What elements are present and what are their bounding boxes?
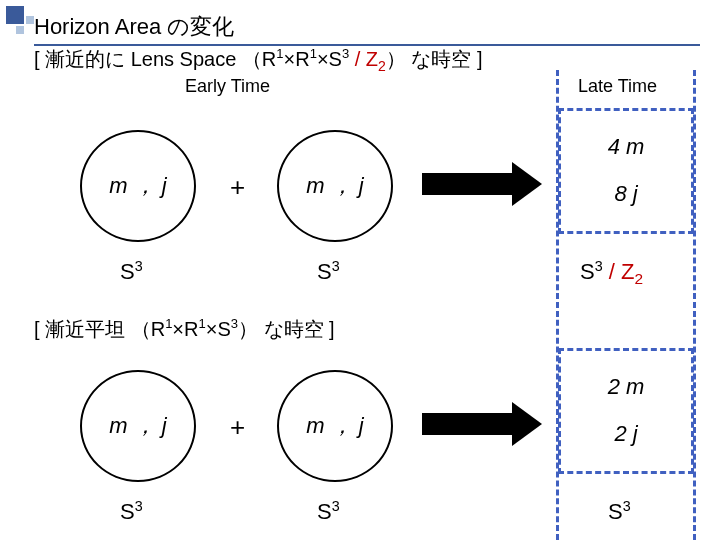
late-bottom-value: 8 j <box>614 180 637 209</box>
bubble-text: m ， j <box>306 411 363 441</box>
late-bottom-value: 2 j <box>614 420 637 449</box>
section1-right-bubble: m ， j <box>277 130 393 242</box>
late-top-value: 4 m <box>608 133 645 162</box>
bubble-text: m ， j <box>109 411 166 441</box>
late-time-label: Late Time <box>578 76 657 97</box>
late-top-value: 2 m <box>608 373 645 402</box>
section1-left-s-label: S3 <box>120 258 143 285</box>
arrow-icon <box>422 162 542 206</box>
early-time-label: Early Time <box>185 76 270 97</box>
plus-icon: + <box>230 412 245 443</box>
page-title: Horizon Area の変化 <box>34 12 700 42</box>
arrow-icon <box>422 402 542 446</box>
section2-left-bubble: m ， j <box>80 370 196 482</box>
section2-left-s-label: S3 <box>120 498 143 525</box>
section2-late-box: 2 m 2 j <box>558 348 694 474</box>
title-block: Horizon Area の変化 <box>34 12 700 46</box>
section2-right-bubble: m ， j <box>277 370 393 482</box>
bubble-text: m ， j <box>306 171 363 201</box>
section1-late-s-label: S3 / Z2 <box>580 258 643 289</box>
plus-icon: + <box>230 172 245 203</box>
section2-late-s-label: S3 <box>608 498 631 525</box>
section2-heading: [ 漸近平坦 （R1×R1×S3） な時空 ] <box>34 316 335 343</box>
section1-left-bubble: m ， j <box>80 130 196 242</box>
section1-late-box: 4 m 8 j <box>558 108 694 234</box>
section1-heading: [ 漸近的に Lens Space （R1×R1×S3 / Z2） な時空 ] <box>34 46 483 74</box>
section1-right-s-label: S3 <box>317 258 340 285</box>
bubble-text: m ， j <box>109 171 166 201</box>
section2-right-s-label: S3 <box>317 498 340 525</box>
